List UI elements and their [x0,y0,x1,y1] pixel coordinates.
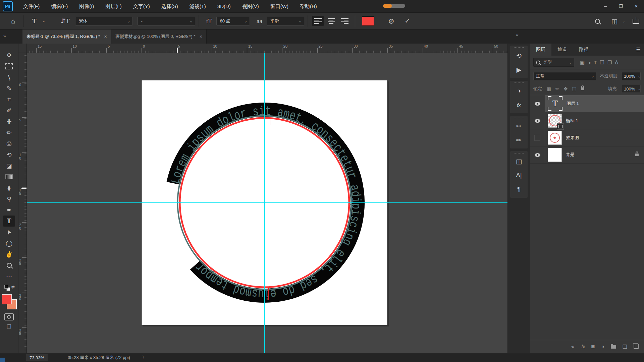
zoom-level-field[interactable]: 73.33% [26,354,48,361]
text-orientation-icon[interactable]: ⇵T [60,17,70,25]
filter-toggle-icon[interactable]: ⚲ [615,59,619,65]
menu-help[interactable]: 帮助(H) [294,0,323,12]
clone-stamp-tool[interactable]: ⎙ [3,138,15,149]
menu-edit[interactable]: 编辑(E) [45,0,73,12]
ruler-vertical[interactable]: 05101520253035 [18,53,27,353]
layer-thumbnail-text[interactable]: T [548,96,562,111]
filter-type-layers-icon[interactable]: T [594,60,597,65]
path-selection-tool[interactable]: ➤ [3,227,15,238]
restore-button[interactable]: ❐ [613,0,629,12]
drag-handle[interactable] [514,47,524,48]
document-tab-1[interactable]: 未标题-1 @ 73.3% (椭圆 1, RGB/8#) *✕ [22,29,111,44]
menu-3d[interactable]: 3D(D) [212,0,236,12]
visibility-cell[interactable] [530,129,545,146]
eraser-tool[interactable]: ◪ [3,160,15,171]
minimize-button[interactable]: ─ [598,0,613,12]
panel-menu-icon[interactable]: ☰ [636,47,641,53]
drag-handle[interactable] [514,153,524,154]
opacity-select[interactable]: 100% ⌄ [621,72,641,80]
text-color-swatch[interactable] [362,16,374,26]
ellipse-tool[interactable]: ◯ [3,238,15,249]
menu-select[interactable]: 选择(S) [156,0,184,12]
filter-pixel-layers-icon[interactable]: ▣ [580,59,585,65]
filter-smart-objects-icon[interactable]: ❏ [607,59,612,65]
align-right-button[interactable] [339,16,351,26]
layer-content[interactable]: 背景 [545,146,644,163]
ruler-horizontal[interactable]: 1510505101520253035404550 [27,44,507,53]
font-family-select[interactable]: 宋体 ⌄ [75,17,133,25]
zoom-tool[interactable] [3,260,15,271]
adjustments-panel-icon[interactable]: ◑ [510,84,528,98]
type-tool[interactable]: T [3,216,15,227]
visibility-cell[interactable] [530,95,545,112]
brush-settings-panel-icon[interactable]: ✑ [510,119,528,133]
font-size-select[interactable]: 60 点 ⌄ [216,17,250,25]
layer-content[interactable]: 椭圆 1 [545,112,644,129]
layer-row[interactable]: 背景 [530,146,644,164]
actions-panel-icon[interactable]: ▶ [510,63,528,77]
delete-layer-icon[interactable] [634,344,639,349]
eye-icon[interactable] [535,102,540,106]
eye-icon[interactable] [535,153,540,157]
search-icon[interactable] [595,19,600,24]
canvas-viewport[interactable]: Lorem ipsum dolor sit amet, consectetur … [27,53,507,353]
menu-file[interactable]: 文件(F) [17,0,45,12]
close-tab-icon[interactable]: ✕ [199,35,202,39]
cancel-edits-icon[interactable]: ⊘ [387,17,396,25]
menu-layer[interactable]: 图层(L) [100,0,127,12]
filter-shape-layers-icon[interactable]: ❑ [600,59,604,65]
foreground-color-swatch[interactable] [2,294,12,304]
layer-style-icon[interactable]: fx [581,344,585,349]
lasso-tool[interactable]: ʃ [3,72,15,83]
layer-content[interactable]: T图层 1 [545,95,644,112]
document-tab-2[interactable]: 斑驳素材.jpg @ 100% (图层 0, RGB/8#) *✕ [111,29,207,44]
menu-type[interactable]: 文字(Y) [127,0,156,12]
lock-paint-icon[interactable]: ✏ [555,86,559,92]
visibility-cell[interactable] [530,112,545,129]
type-tool-icon[interactable]: T [30,17,39,25]
status-options-icon[interactable]: 〉 [142,355,147,361]
eye-icon[interactable] [535,119,540,123]
styles-panel-icon[interactable]: fx [510,98,528,112]
blend-mode-select[interactable]: 正常 ⌄ [533,72,596,80]
menu-window[interactable]: 窗口(W) [265,0,294,12]
paragraph-panel-icon[interactable]: ¶ [510,182,528,196]
pen-tool[interactable]: ✒ [3,204,15,216]
drag-handle[interactable] [514,118,524,118]
add-adjustment-layer-icon[interactable]: ◑ [601,344,604,350]
layer-row[interactable]: 椭圆 1 [530,112,644,129]
layer-row[interactable]: T图层 1 [530,95,644,112]
gradient-tool[interactable] [3,171,15,182]
lock-move-icon[interactable]: ✥ [564,86,568,92]
anti-alias-select[interactable]: 平滑 ⌄ [267,17,304,25]
collapse-panels-icon[interactable]: « [516,32,519,38]
eyedropper-tool[interactable]: ✐ [3,105,15,116]
more-tools[interactable]: ⋯ [3,271,15,282]
screen-mode-button[interactable]: ❐ [7,324,11,330]
tab-layers[interactable]: 图层 [530,44,551,56]
link-layers-icon[interactable]: ⚭ [571,344,575,350]
layer-thumbnail-background[interactable] [548,148,562,162]
eye-hidden-icon[interactable] [534,135,540,141]
quick-selection-tool[interactable]: ✎ [3,83,15,94]
healing-brush-tool[interactable]: ✚ [3,116,15,127]
font-style-select[interactable]: - ⌄ [138,17,195,25]
commit-edits-icon[interactable]: ✓ [403,17,412,25]
visibility-cell[interactable] [530,146,545,163]
character-panel-icon[interactable]: A| [510,168,528,182]
tab-paths[interactable]: 路径 [573,44,594,56]
hand-tool[interactable]: ✌ [3,249,15,260]
menu-view[interactable]: 视图(V) [236,0,265,12]
properties-panel-icon[interactable]: ◫ [510,154,528,168]
lock-artboard-icon[interactable]: ⬚ [572,86,576,92]
rectangular-marquee-tool[interactable] [3,61,15,72]
share-icon[interactable]: ↑ [633,19,639,24]
align-left-button[interactable] [312,16,324,26]
history-panel-icon[interactable]: ⟲ [510,49,528,63]
dodge-tool[interactable]: ⚲ [3,193,15,204]
expand-panels-icon[interactable]: » [3,33,6,39]
filter-adjustment-layers-icon[interactable]: ◑ [588,60,591,65]
close-button[interactable]: ✕ [629,0,644,12]
close-tab-icon[interactable]: ✕ [104,35,107,39]
chevron-down-icon[interactable]: ⌄ [39,19,48,23]
